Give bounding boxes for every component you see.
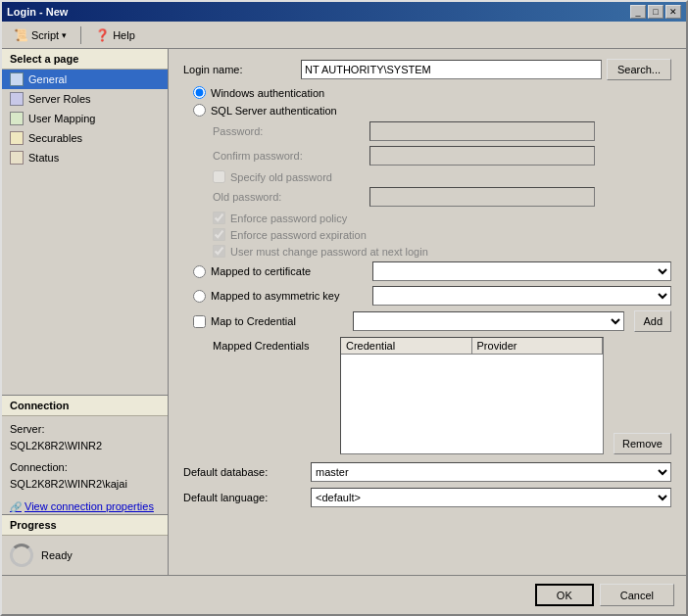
enforce-expiration-checkbox[interactable] [213,228,225,241]
progress-content: Ready [2,536,168,575]
status-icon [10,151,24,165]
script-icon: 📜 [14,28,28,42]
sidebar-item-general-label: General [28,73,67,85]
old-password-row: Old password: [213,187,671,207]
windows-auth-radio[interactable] [193,86,206,99]
help-label: Help [113,29,135,41]
mapped-cert-radio[interactable] [193,265,206,278]
server-label-text: Server: [10,421,160,439]
sidebar-item-securables-label: Securables [28,132,82,144]
old-password-label: Old password: [213,191,369,203]
ok-button[interactable]: OK [535,584,594,606]
sidebar-item-securables[interactable]: Securables [2,128,168,148]
confirm-password-label: Confirm password: [213,150,369,162]
server-value-text: SQL2K8R2\WINR2 [10,438,160,455]
main-window: Login - New _ □ ✕ 📜 Script ▾ ❓ Help Sele… [0,0,688,616]
sidebar-item-general[interactable]: General [2,70,168,89]
search-button[interactable]: Search... [607,59,671,80]
general-icon [10,72,24,86]
script-dropdown-icon: ▾ [62,30,67,40]
securables-icon [10,131,24,145]
mapped-cert-row: Mapped to certificate [193,261,671,281]
default-database-row: Default database: master [183,462,671,482]
toolbar-separator [80,26,81,44]
provider-col-header: Provider [472,338,604,354]
sidebar-item-status-label: Status [28,152,59,164]
default-language-select[interactable]: <default> [311,488,671,507]
view-connection-label: View connection properties [25,500,154,512]
progress-title: Progress [2,515,168,536]
connection-section: Connection Server: SQL2K8R2\WINR2 Connec… [2,395,168,514]
windows-auth-label: Windows authentication [211,87,324,99]
map-credential-label: Map to Credential [211,315,348,327]
select-page-title: Select a page [2,49,168,70]
view-connection-link[interactable]: 🔗 View connection properties [2,498,168,514]
connection-label-text: Connection: [10,459,160,477]
mapped-cert-select[interactable] [372,261,671,281]
default-language-label: Default language: [183,492,311,503]
enforce-policy-checkbox[interactable] [213,212,225,224]
progress-section: Progress Ready [2,514,168,575]
credentials-table: Credential Provider [340,337,604,454]
map-credential-row: Map to Credential Add [193,310,671,332]
remove-button[interactable]: Remove [614,433,671,454]
password-input[interactable] [369,121,595,141]
login-name-input[interactable] [301,60,602,79]
map-credential-select[interactable] [353,311,624,331]
specify-old-password-checkbox[interactable] [213,170,225,183]
sql-auth-row: SQL Server authentication [193,104,671,117]
cancel-button[interactable]: Cancel [600,584,674,606]
map-credential-checkbox[interactable] [193,315,206,328]
user-must-change-row: User must change password at next login [213,245,671,258]
connection-value-text: SQL2K8R2\WINR2\kajai [10,476,160,494]
login-name-row: Login name: Search... [183,59,671,80]
mapped-credentials-label: Mapped Credentials [213,337,340,454]
toolbar: 📜 Script ▾ ❓ Help [2,22,686,49]
sidebar-item-user-mapping-label: User Mapping [28,113,95,124]
maximize-button[interactable]: □ [648,5,663,19]
add-button[interactable]: Add [634,310,671,332]
help-icon: ❓ [95,28,110,42]
enforce-policy-row: Enforce password policy [213,212,671,224]
mapped-asym-row: Mapped to asymmetric key [193,286,671,306]
enforce-expiration-row: Enforce password expiration [213,228,671,241]
confirm-password-input[interactable] [369,146,595,166]
credential-col-header: Credential [341,338,472,354]
sidebar-item-user-mapping[interactable]: User Mapping [2,109,168,128]
sidebar: Select a page General Server Roles User … [2,49,169,575]
old-password-input[interactable] [369,187,595,207]
progress-status: Ready [41,549,73,561]
connection-title: Connection [2,396,168,416]
form-area: Login name: Search... Windows authentica… [169,49,686,575]
sidebar-item-server-roles-label: Server Roles [28,93,91,105]
user-must-change-checkbox[interactable] [213,245,225,258]
specify-old-password-label: Specify old password [230,171,332,183]
mapped-asym-select[interactable] [372,286,671,306]
script-button[interactable]: 📜 Script ▾ [7,25,74,45]
specify-old-password-row: Specify old password [213,170,671,183]
help-button[interactable]: ❓ Help [88,25,142,45]
minimize-button[interactable]: _ [630,5,646,19]
title-bar-buttons: _ □ ✕ [630,5,681,19]
confirm-password-row: Confirm password: [213,146,671,166]
progress-spinner [10,544,33,567]
sql-auth-label: SQL Server authentication [211,105,337,117]
connection-info: Server: SQL2K8R2\WINR2 Connection: SQL2K… [2,416,168,498]
windows-auth-row: Windows authentication [193,86,671,99]
credentials-actions: Remove [609,337,671,454]
sidebar-item-server-roles[interactable]: Server Roles [2,89,168,109]
bottom-buttons: OK Cancel [2,575,686,614]
password-row: Password: [213,121,671,141]
login-name-label: Login name: [183,64,301,75]
sql-auth-radio[interactable] [193,104,206,117]
close-button[interactable]: ✕ [665,5,681,19]
default-database-select[interactable]: master [311,462,671,482]
enforce-expiration-label: Enforce password expiration [230,229,367,241]
window-title: Login - New [7,6,68,18]
mapped-cert-label: Mapped to certificate [211,265,368,277]
mapped-credentials-area: Mapped Credentials Credential Provider R… [213,337,671,454]
mapped-asym-radio[interactable] [193,290,206,303]
sidebar-item-status[interactable]: Status [2,148,168,167]
server-roles-icon [10,92,24,106]
enforce-policy-label: Enforce password policy [230,213,347,224]
